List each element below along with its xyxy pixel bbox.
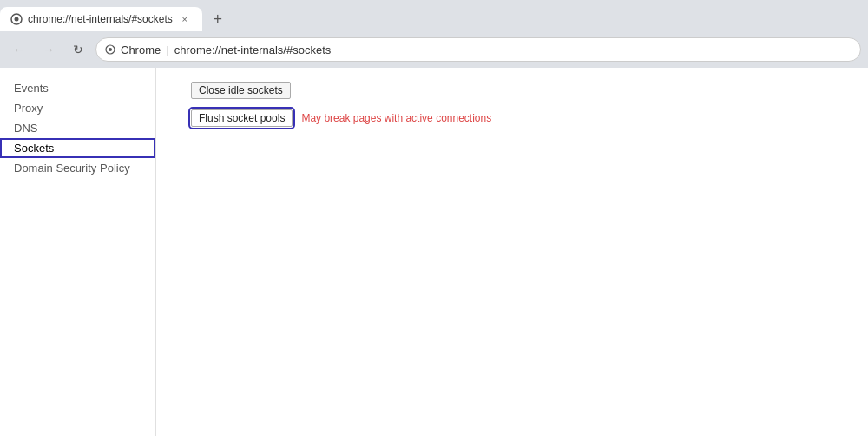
browser-chrome: chrome://net-internals/#sockets × + ← → …	[0, 0, 868, 68]
action-list: Close idle sockets Flush socket pools Ma…	[174, 82, 851, 127]
address-bar[interactable]: Chrome | chrome://net-internals/#sockets	[95, 37, 861, 62]
close-idle-sockets-button[interactable]: Close idle sockets	[191, 82, 291, 99]
svg-point-3	[108, 48, 112, 51]
flush-socket-pools-button[interactable]: Flush socket pools	[191, 109, 293, 127]
reload-button[interactable]: ↻	[66, 37, 90, 62]
sidebar-item-proxy[interactable]: Proxy	[0, 98, 155, 118]
address-url: chrome://net-internals/#sockets	[174, 43, 332, 56]
address-divider: |	[166, 43, 168, 56]
sidebar: Events Proxy DNS Sockets Domain Security…	[0, 68, 156, 436]
back-button[interactable]: ←	[7, 37, 31, 62]
list-item: Close idle sockets	[191, 82, 851, 99]
sidebar-item-events[interactable]: Events	[0, 78, 155, 98]
toolbar: ← → ↻ Chrome | chrome://net-internals/#s…	[0, 31, 868, 68]
tab-bar: chrome://net-internals/#sockets × +	[0, 0, 868, 31]
site-icon	[105, 44, 115, 55]
page-content: Events Proxy DNS Sockets Domain Security…	[0, 68, 868, 436]
tab-close-button[interactable]: ×	[178, 12, 192, 26]
address-site-name: Chrome	[121, 43, 161, 56]
sidebar-item-dns[interactable]: DNS	[0, 118, 155, 138]
tab-favicon	[10, 13, 23, 25]
tab-title: chrome://net-internals/#sockets	[28, 13, 173, 25]
list-item: Flush socket pools May break pages with …	[191, 109, 851, 127]
active-tab[interactable]: chrome://net-internals/#sockets ×	[0, 7, 202, 31]
sidebar-item-sockets[interactable]: Sockets	[0, 138, 155, 158]
forward-button[interactable]: →	[36, 37, 61, 62]
sidebar-item-domain-security-policy[interactable]: Domain Security Policy	[0, 158, 155, 178]
svg-point-1	[15, 17, 19, 22]
action-warning-text: May break pages with active connections	[301, 112, 491, 124]
new-tab-button[interactable]: +	[206, 7, 230, 31]
main-area: Close idle sockets Flush socket pools Ma…	[156, 68, 868, 436]
